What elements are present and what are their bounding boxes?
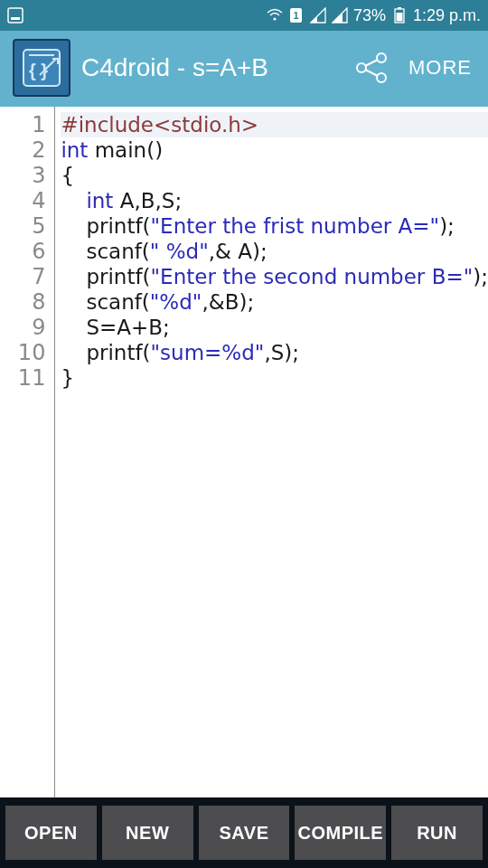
line-number: 10	[0, 340, 45, 365]
svg-rect-0	[8, 8, 23, 23]
svg-rect-10	[398, 7, 401, 9]
status-bar: 1 73% 1:29 p.m.	[0, 0, 488, 31]
svg-rect-11	[396, 13, 402, 22]
battery-percent: 73%	[353, 6, 386, 25]
code-token: "sum=%d"	[151, 341, 265, 364]
code-token: ,& A);	[209, 240, 267, 263]
code-token: A,B,S;	[113, 189, 182, 212]
svg-point-15	[377, 53, 386, 62]
svg-line-18	[365, 60, 378, 66]
line-number: 1	[0, 112, 45, 137]
code-token: ,S);	[264, 341, 299, 364]
code-token: " %d"	[150, 240, 209, 263]
line-number: 9	[0, 315, 45, 340]
code-line[interactable]: {	[61, 163, 488, 188]
code-editor[interactable]: 1234567891011 #include<stdio.h>int main(…	[0, 107, 488, 797]
app-icon[interactable]: { }	[13, 39, 70, 97]
new-button[interactable]: NEW	[102, 806, 193, 860]
app-title: C4droid - s=A+B	[81, 53, 338, 82]
line-gutter: 1234567891011	[0, 107, 55, 797]
code-token: "%d"	[150, 290, 202, 314]
picture-icon	[7, 7, 23, 24]
signal1-icon	[310, 7, 326, 24]
code-line[interactable]: printf("sum=%d",S);	[61, 340, 488, 365]
share-button[interactable]	[349, 45, 394, 90]
code-line[interactable]: printf("Enter the frist number A=");	[61, 213, 488, 239]
code-area[interactable]: #include<stdio.h>int main(){int A,B,S;pr…	[55, 107, 488, 797]
wifi-icon	[267, 7, 283, 24]
battery-icon	[391, 7, 408, 24]
sim-icon: 1	[288, 7, 305, 24]
line-number: 7	[0, 264, 45, 289]
compile-button[interactable]: COMPILE	[295, 806, 386, 860]
code-line[interactable]: #include<stdio.h>	[61, 112, 488, 137]
clock-text: 1:29 p.m.	[413, 6, 481, 25]
line-number: 5	[0, 213, 45, 239]
code-token: int	[61, 138, 88, 162]
share-icon	[354, 51, 389, 85]
code-token: );	[439, 214, 455, 238]
code-line[interactable]: printf("Enter the second number B=");	[61, 264, 488, 289]
code-token: "Enter the second number B="	[151, 265, 474, 288]
app-bar: { } C4droid - s=A+B MORE	[0, 31, 488, 107]
bottom-toolbar: OPEN NEW SAVE COMPILE RUN	[0, 797, 488, 868]
code-line[interactable]: int A,B,S;	[61, 188, 488, 213]
svg-rect-1	[11, 17, 20, 20]
open-button[interactable]: OPEN	[5, 806, 97, 860]
more-button[interactable]: MORE	[405, 56, 475, 80]
line-number: 11	[0, 365, 45, 391]
code-token: printf(	[86, 214, 150, 238]
code-token: scanf(	[86, 290, 149, 314]
svg-point-2	[273, 17, 276, 20]
code-line[interactable]: scanf("%d",&B);	[61, 289, 488, 315]
signal2-icon	[332, 7, 348, 24]
code-line[interactable]: scanf(" %d",& A);	[61, 239, 488, 264]
run-button[interactable]: RUN	[391, 806, 483, 860]
code-token: );	[473, 265, 488, 288]
line-number: 4	[0, 188, 45, 213]
save-button[interactable]: SAVE	[199, 806, 290, 860]
svg-text:1: 1	[294, 10, 299, 21]
code-line[interactable]: }	[61, 365, 488, 391]
svg-point-16	[357, 63, 366, 72]
code-token: {	[61, 164, 74, 187]
code-line[interactable]: int main()	[61, 137, 488, 163]
svg-line-19	[365, 70, 378, 76]
code-token: printf(	[86, 265, 150, 288]
code-token: int	[86, 189, 113, 212]
svg-point-17	[377, 73, 386, 82]
code-token: ,&B);	[202, 290, 254, 314]
line-number: 6	[0, 239, 45, 264]
code-token: scanf(	[86, 240, 149, 263]
line-number: 2	[0, 137, 45, 163]
line-number: 3	[0, 163, 45, 188]
code-token: }	[61, 366, 74, 390]
code-token: S=A+B;	[86, 316, 169, 339]
code-token: "Enter the frist number A="	[151, 214, 440, 238]
code-line[interactable]: S=A+B;	[61, 315, 488, 340]
code-token: #include<stdio.h>	[61, 113, 258, 137]
line-number: 8	[0, 289, 45, 315]
code-token: main()	[88, 138, 163, 162]
svg-marker-5	[311, 8, 325, 23]
code-token: printf(	[86, 341, 150, 364]
